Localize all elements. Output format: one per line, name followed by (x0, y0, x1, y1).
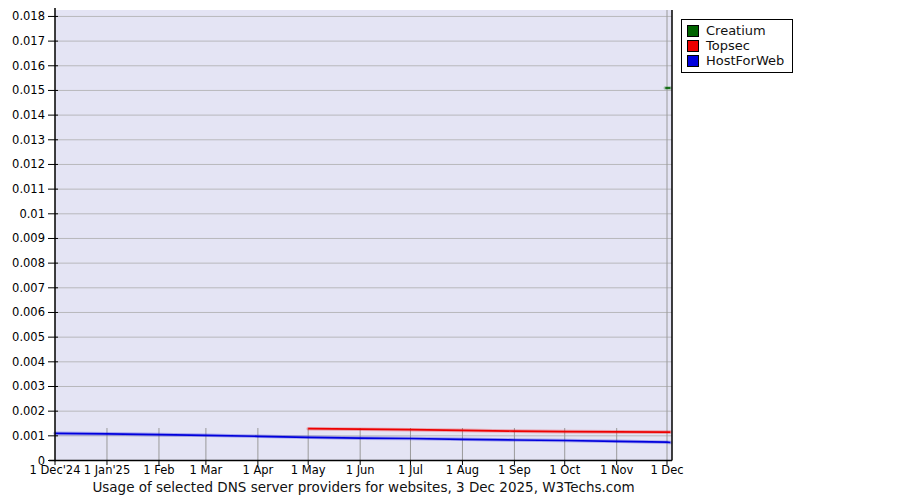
y-tick-label: 0.003 (12, 379, 45, 393)
x-tick-label: 1 Jul (398, 463, 423, 477)
y-tick-label: 0.01 (19, 207, 45, 221)
legend-item-creatium: Creatium (687, 23, 784, 38)
x-tick-label: 1 Dec (650, 463, 683, 477)
legend-swatch-hostforweb-icon (687, 55, 699, 67)
x-tick-label: 1 Jun (346, 463, 375, 477)
x-tick-label: 1 Sep (498, 463, 531, 477)
y-tick-label: 0.008 (12, 256, 45, 270)
x-tick-label: 1 Apr (242, 463, 273, 477)
x-tick-label: 1 Nov (600, 463, 634, 477)
x-tick-label: 1 Aug (446, 463, 479, 477)
line-chart-canvas: 00.0010.0020.0030.0040.0050.0060.0070.00… (0, 0, 900, 500)
chart-title: Usage of selected DNS server providers f… (55, 479, 672, 495)
legend-item-topsec: Topsec (687, 38, 784, 53)
y-tick-label: 0.015 (12, 83, 45, 97)
y-tick-label: 0.013 (12, 133, 45, 147)
legend-swatch-creatium-icon (687, 25, 699, 37)
y-tick-label: 0.007 (12, 281, 45, 295)
legend-label-topsec: Topsec (706, 38, 750, 53)
y-tick-label: 0.001 (12, 429, 45, 443)
y-tick-label: 0.018 (12, 9, 45, 23)
y-tick-label: 0.009 (12, 231, 45, 245)
x-tick-label: 1 Mar (190, 463, 223, 477)
y-tick-label: 0.016 (12, 59, 45, 73)
legend-label-hostforweb: HostForWeb (706, 53, 784, 68)
y-tick-label: 0.012 (12, 157, 45, 171)
x-tick-label: 1 Oct (549, 463, 580, 477)
legend-label-creatium: Creatium (706, 23, 766, 38)
y-tick-label: 0.011 (12, 182, 45, 196)
y-tick-label: 0.014 (12, 108, 45, 122)
y-tick-label: 0.005 (12, 330, 45, 344)
chart-legend: CreatiumTopsecHostForWeb (681, 19, 793, 73)
plot-area (55, 10, 672, 461)
y-tick-label: 0.006 (12, 305, 45, 319)
w3techs-chart-page: 00.0010.0020.0030.0040.0050.0060.0070.00… (0, 0, 900, 500)
legend-item-hostforweb: HostForWeb (687, 53, 784, 68)
x-tick-label: 1 May (291, 463, 326, 477)
y-tick-label: 0.002 (12, 404, 45, 418)
x-tick-label: 1 Dec'24 (29, 463, 80, 477)
x-tick-label: 1 Feb (143, 463, 174, 477)
legend-swatch-topsec-icon (687, 40, 699, 52)
y-tick-label: 0.017 (12, 34, 45, 48)
y-tick-label: 0.004 (12, 355, 45, 369)
x-tick-label: 1 Jan'25 (84, 463, 131, 477)
